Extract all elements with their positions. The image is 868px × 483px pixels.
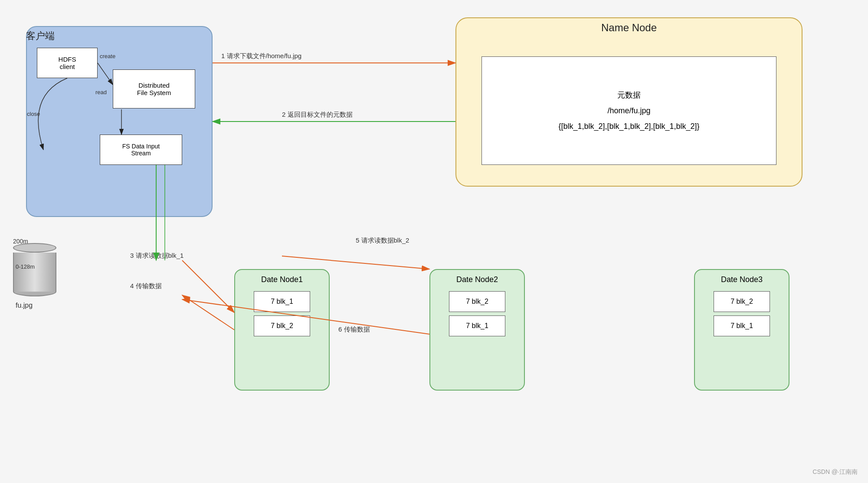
cylinder-file-label: fu.jpg [16, 302, 33, 309]
close-label: close [27, 111, 40, 117]
fsdis-box: FS Data InputStream [100, 135, 182, 165]
hdfs-client-box: HDFSclient [37, 48, 98, 78]
watermark: CSDN @·江南南 [812, 468, 858, 476]
namenode-label: Name Node [455, 22, 802, 34]
step5-label: 5 请求读数据blk_2 [356, 237, 409, 245]
diagram-container: 客户端 HDFSclient DistributedFile System FS… [0, 0, 868, 483]
dn2-block1: 7 blk_2 [449, 291, 505, 312]
dn1-block2: 7 blk_2 [254, 315, 310, 336]
cylinder-top [13, 243, 56, 253]
metadata-title: 元数据 [617, 87, 641, 103]
create-label: create [100, 53, 115, 59]
datanode3-label: Date Node3 [700, 275, 783, 284]
metadata-path: /home/fu.jpg [607, 103, 650, 118]
step3-arrow [182, 260, 234, 312]
dn2-block2: 7 blk_1 [449, 315, 505, 336]
fsdis-label: FS Data InputStream [122, 143, 160, 157]
datanode3-box: Date Node3 7 blk_2 7 blk_1 [694, 269, 789, 391]
cylinder-range-label: 0-128m [16, 263, 35, 270]
hdfs-client-label: HDFSclient [59, 56, 76, 70]
step6-label: 6 传输数据 [338, 325, 370, 334]
dn3-block2: 7 blk_1 [714, 315, 770, 336]
step2-label: 2 返回目标文件的元数据 [282, 111, 353, 119]
dfs-box: DistributedFile System [113, 69, 195, 108]
dfs-label: DistributedFile System [137, 82, 171, 96]
step4-label: 4 传输数据 [130, 282, 162, 290]
metadata-box: 元数据 /home/fu.jpg {[blk_1,blk_2],[blk_1,b… [481, 56, 776, 165]
dn1-block1: 7 blk_1 [254, 291, 310, 312]
client-label: 客户端 [26, 30, 55, 43]
dn3-block1: 7 blk_2 [714, 291, 770, 312]
step4-arrow [182, 295, 234, 330]
read-label: read [95, 89, 107, 95]
step5-arrow [282, 256, 429, 269]
datanode1-box: Date Node1 7 blk_1 7 blk_2 [234, 269, 330, 391]
datanode1-label: Date Node1 [240, 275, 324, 284]
metadata-blocks: {[blk_1,blk_2],[blk_1,blk_2],[blk_1,blk_… [558, 118, 699, 134]
step3-label: 3 请求读数据blk_1 [130, 252, 183, 260]
datanode2-box: Date Node2 7 blk_2 7 blk_1 [429, 269, 525, 391]
cylinder-body [13, 253, 56, 292]
step1-label: 1 请求下载文件/home/fu.jpg [221, 52, 301, 60]
datanode2-label: Date Node2 [436, 275, 519, 284]
